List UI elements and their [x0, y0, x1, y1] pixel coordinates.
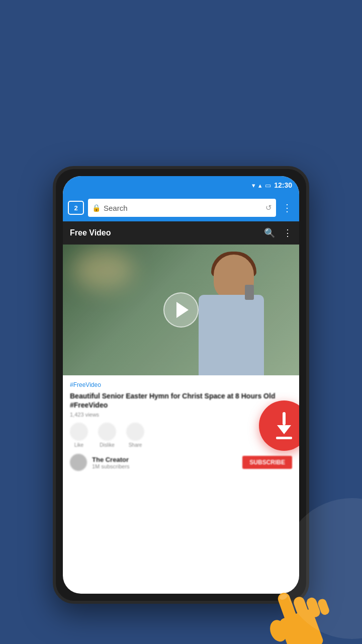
video-thumbnail[interactable]: [63, 245, 299, 375]
phone-screen: ▾ ▴ ▭ 12:30 2 🔒 Search ↺ ⋮ Free Video: [63, 176, 299, 594]
phone-wrapper: ▾ ▴ ▭ 12:30 2 🔒 Search ↺ ⋮ Free Video: [53, 166, 309, 644]
play-button[interactable]: [163, 292, 199, 328]
share-item[interactable]: Share: [126, 423, 144, 448]
video-overlay[interactable]: [63, 245, 299, 375]
dislike-label: Dislike: [100, 442, 114, 448]
download-arrow-icon: [276, 412, 292, 439]
hashtag: #FreeVideo: [70, 381, 292, 388]
dislike-icon-blob: [98, 423, 116, 441]
content-area: #FreeVideo Beautiful Senior Easter Hymn …: [63, 375, 299, 481]
status-bar: ▾ ▴ ▭ 12:30: [63, 176, 299, 194]
channel-sub: 1M subscribers: [92, 463, 237, 469]
like-icon-blob: [70, 423, 88, 441]
search-text: Search: [104, 204, 262, 212]
signal-icon: ▴: [258, 182, 262, 189]
channel-info: The Creator 1M subscribers: [92, 456, 237, 469]
video-title: Beautiful Senior Easter Hymn for Christ …: [70, 391, 292, 410]
app-header: Free Video 🔍 ⋮: [63, 221, 299, 245]
status-time: 12:30: [274, 181, 292, 189]
battery-icon: ▭: [265, 182, 271, 189]
browser-menu-icon[interactable]: ⋮: [280, 200, 294, 216]
channel-name: The Creator: [92, 456, 237, 463]
phone-shell: ▾ ▴ ▭ 12:30 2 🔒 Search ↺ ⋮ Free Video: [53, 166, 309, 604]
channel-avatar[interactable]: [70, 454, 87, 471]
search-icon[interactable]: 🔍: [264, 227, 275, 238]
search-bar[interactable]: 🔒 Search ↺: [88, 199, 276, 217]
play-triangle: [176, 302, 189, 318]
arrow-base: [276, 437, 292, 439]
like-item[interactable]: Like: [70, 423, 88, 448]
wifi-icon: ▾: [252, 182, 255, 189]
like-label: Like: [74, 442, 83, 448]
share-label: Share: [129, 442, 142, 448]
lock-icon: 🔒: [92, 204, 101, 212]
reload-icon[interactable]: ↺: [265, 203, 272, 212]
arrow-head: [277, 425, 291, 434]
dislike-item[interactable]: Dislike: [98, 423, 116, 448]
share-icon-blob: [126, 423, 144, 441]
arrow-shaft: [283, 412, 286, 425]
view-count: 1,423 views: [70, 412, 292, 418]
channel-row: The Creator 1M subscribers SUBSCRIBE: [70, 454, 292, 471]
subscribe-button[interactable]: SUBSCRIBE: [242, 456, 292, 469]
app-menu-icon[interactable]: ⋮: [283, 227, 292, 238]
browser-bar[interactable]: 2 🔒 Search ↺ ⋮: [63, 194, 299, 221]
tab-indicator[interactable]: 2: [68, 201, 84, 215]
header-icons: 🔍 ⋮: [264, 227, 292, 238]
app-title: Free Video: [70, 228, 111, 237]
